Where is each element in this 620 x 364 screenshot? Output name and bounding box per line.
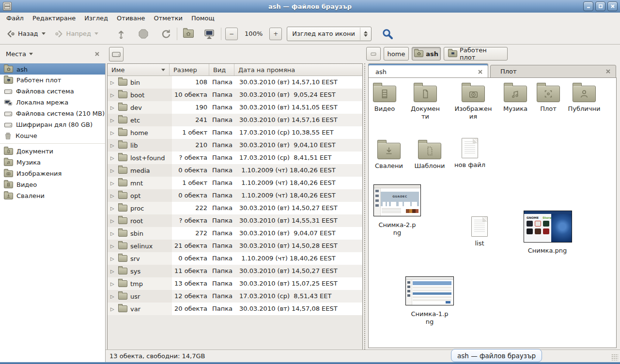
table-row[interactable]: ▷ bin 108 обекта Папка 30.03.2010 (вт) 1… (108, 76, 362, 89)
file-snimka2-label[interactable]: Снимка-2.png (378, 218, 417, 237)
sidebar-item-pictures[interactable]: Изображения (0, 168, 105, 179)
column-header-name[interactable]: Име (108, 64, 170, 76)
path-root-button[interactable] (366, 47, 381, 61)
close-button[interactable] (607, 1, 618, 11)
zoom-in-button[interactable]: + (269, 28, 282, 40)
sidebar-item-documents[interactable]: Документи (0, 146, 105, 157)
folder-music[interactable]: Музика (499, 82, 531, 113)
column-header-date[interactable]: Дата на промяна (234, 64, 362, 76)
folder-desktop[interactable]: Плот (532, 82, 564, 113)
folder-video[interactable]: Видео (369, 82, 401, 113)
folder-pictures[interactable]: Изображения (454, 82, 493, 121)
zoom-out-button[interactable]: − (225, 28, 238, 40)
pane-splitter[interactable] (363, 63, 367, 349)
menu-bookmarks[interactable]: Отметки (149, 14, 186, 23)
image-thumbnail-snimka1[interactable] (405, 276, 454, 305)
table-row[interactable]: ▷ srv 0 обекта Папка 1.10.2009 (чт) 18,4… (108, 252, 362, 265)
tab-ash[interactable]: ash (368, 63, 488, 78)
table-row[interactable]: ▷ opt 0 обекта Папка 1.10.2009 (чт) 18,4… (108, 189, 362, 202)
sidebar-item-downloads[interactable]: Свалени (0, 190, 105, 201)
table-row[interactable]: ▷ media 0 обекта Папка 1.10.2009 (чт) 18… (108, 164, 362, 177)
sidebar-item-music[interactable]: Музика (0, 157, 105, 168)
menu-view[interactable]: Изглед (80, 14, 112, 23)
sidebar-close-button[interactable] (94, 51, 100, 57)
expander-icon[interactable]: ▷ (110, 130, 115, 136)
column-header-type[interactable]: Вид (209, 64, 234, 76)
table-row[interactable]: ▷ root ? обекта Папка 30.03.2010 (вт) 14… (108, 214, 362, 227)
expander-icon[interactable]: ▷ (110, 294, 115, 299)
path-desktop-button[interactable]: Работен плот (444, 47, 508, 61)
combo-spinner-icon[interactable] (360, 31, 371, 37)
table-row[interactable]: ▷ dev 190 обекта Папка 30.03.2010 (вт) 1… (108, 101, 362, 114)
tab-plot[interactable]: Плот (490, 65, 616, 78)
table-row[interactable]: ▷ lost+found ? обекта Папка 17.03.2010 (… (108, 152, 362, 164)
sidebar-item-encrypted[interactable]: Шифриран дял (80 GB) (0, 119, 105, 130)
up-button[interactable] (114, 26, 128, 42)
expander-icon[interactable]: ▷ (110, 181, 115, 186)
folder-documents[interactable]: Документи (409, 82, 441, 121)
sidebar-item-desktop[interactable]: Работен плот (0, 75, 105, 86)
table-row[interactable]: ▷ proc 222 обекта Папка 30.03.2010 (вт) … (108, 202, 362, 214)
folder-public[interactable]: Публични (566, 82, 602, 113)
table-row[interactable]: ▷ selinux 21 обекта Папка 30.03.2010 (вт… (108, 240, 362, 252)
expander-icon[interactable]: ▷ (110, 193, 115, 198)
expander-icon[interactable]: ▷ (110, 118, 115, 123)
expander-icon[interactable]: ▷ (110, 231, 115, 236)
expander-icon[interactable]: ▷ (110, 168, 115, 173)
menu-go[interactable]: Отиване (112, 14, 149, 23)
table-row[interactable]: ▷ sys 11 обекта Папка 30.03.2010 (вт) 14… (108, 265, 362, 277)
table-row[interactable]: ▷ sbin 272 обекта Папка 30.03.2010 (вт) … (108, 227, 362, 240)
path-current-button[interactable]: ash (412, 47, 441, 61)
table-row[interactable]: ▷ etc 241 обекта Папка 30.03.2010 (вт) 1… (108, 114, 362, 126)
expander-icon[interactable]: ▷ (110, 92, 115, 98)
sidebar-item-trash[interactable]: Кошче (0, 130, 105, 141)
table-row[interactable]: ▷ mnt 1 обект Папка 1.10.2009 (чт) 18,40… (108, 177, 362, 189)
expander-icon[interactable]: ▷ (110, 281, 115, 287)
back-button[interactable]: Назад (4, 27, 47, 41)
image-thumbnail-snimka2[interactable]: GUADEC (373, 184, 421, 216)
image-thumbnail-snimka[interactable]: GNOME Store (524, 211, 572, 243)
folder-templates[interactable]: Шаблони (414, 139, 446, 170)
expander-icon[interactable]: ▷ (110, 80, 115, 85)
expander-icon[interactable]: ▷ (110, 143, 115, 148)
expander-icon[interactable]: ▷ (110, 306, 115, 312)
home-button[interactable] (181, 27, 196, 40)
menu-help[interactable]: Помощ (187, 14, 219, 23)
tab-close-icon[interactable] (478, 69, 483, 75)
stop-button[interactable] (136, 26, 151, 42)
table-row[interactable]: ▷ lib 210 обекта Папка 30.03.2010 (вт) 9… (108, 139, 362, 152)
sidebar-item-home[interactable]: ash (0, 63, 105, 75)
column-header-size[interactable]: Размер (170, 64, 209, 76)
expander-icon[interactable]: ▷ (110, 206, 115, 211)
menu-edit[interactable]: Редактиране (28, 14, 80, 23)
sidebar-item-filesystem[interactable]: Файлова система (0, 86, 105, 97)
file-snimka1-label[interactable]: Снимка-1.png (410, 307, 449, 326)
menu-file[interactable]: Файл (2, 14, 28, 23)
resize-grip[interactable] (611, 354, 618, 361)
maximize-button[interactable] (595, 1, 605, 11)
search-button[interactable] (379, 25, 396, 43)
forward-button[interactable]: Напред (52, 27, 100, 41)
table-row[interactable]: ▷ var 20 обекта Папка 30.03.2010 (вт) 14… (108, 303, 362, 315)
sidebar-item-partition-210mb[interactable]: Файлова система (210 MB) (0, 108, 105, 119)
table-row[interactable]: ▷ usr 12 обекта Папка 17.03.2010 (ср) 8,… (108, 290, 362, 303)
computer-button[interactable] (202, 26, 217, 42)
expander-icon[interactable]: ▷ (110, 243, 115, 249)
table-row[interactable]: ▷ home 1 обект Папка 17.03.2010 (ср) 10,… (108, 126, 362, 139)
expander-icon[interactable]: ▷ (110, 105, 115, 110)
reload-button[interactable] (158, 26, 173, 42)
path-home-button[interactable]: home (384, 47, 409, 61)
expander-icon[interactable]: ▷ (110, 269, 115, 274)
table-row[interactable]: ▷ tmp 13 обекта Папка 30.03.2010 (вт) 15… (108, 277, 362, 290)
expander-icon[interactable]: ▷ (110, 155, 115, 161)
file-list[interactable]: list (464, 216, 496, 247)
view-mode-select[interactable]: Изглед като икони (287, 27, 372, 41)
titlebar[interactable]: ash — файлов браузър (0, 0, 620, 13)
tab-close-icon[interactable] (605, 69, 611, 74)
sidebar-item-network[interactable]: Локална мрежа (0, 97, 105, 108)
back-dropdown-icon[interactable] (42, 32, 46, 35)
root-location-button[interactable] (109, 47, 124, 61)
expander-icon[interactable]: ▷ (110, 256, 115, 261)
file-snimka-label[interactable]: Снимка.png (526, 244, 569, 255)
minimize-button[interactable] (583, 1, 593, 11)
